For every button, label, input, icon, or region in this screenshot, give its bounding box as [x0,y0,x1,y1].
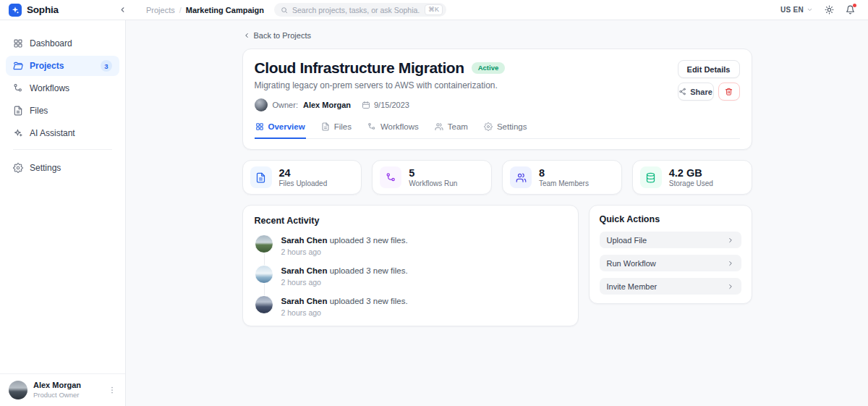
sidebar-item-label: Settings [30,163,61,173]
activity-avatar [255,265,273,284]
tab-overview[interactable]: Overview [255,121,306,139]
sparkles-icon [13,128,23,138]
user-name: Alex Morgan [33,381,81,391]
recent-activity-card: Recent Activity Sarah Chen uploaded 3 ne… [242,205,579,326]
owner-name: Alex Morgan [303,101,351,109]
project-title: Cloud Infrastructure Migration [255,60,464,76]
stat-storage-used: 4.2 GB Storage Used [632,160,752,195]
user-role: Product Owner [33,391,81,399]
owner-label: Owner: [273,101,298,109]
activity-time: 2 hours ago [281,308,408,317]
sidebar-item-ai-assistant[interactable]: AI Assistant [6,123,119,143]
sidebar-item-projects[interactable]: Projects 3 [6,56,119,76]
workflow-icon [367,122,376,131]
user-menu-dots-icon[interactable] [108,386,116,394]
activity-actor: Sarah Chen [281,266,328,275]
project-header-card: Cloud Infrastructure Migration Active Mi… [242,48,752,150]
users-icon [510,166,532,188]
sidebar-user-card[interactable]: Alex Morgan Product Owner [0,373,125,406]
recent-activity-title: Recent Activity [255,216,566,226]
sidebar-item-settings[interactable]: Settings [6,158,119,178]
edit-details-button[interactable]: Edit Details [678,60,740,78]
file-icon [321,122,330,131]
brand-name: Sophia [27,4,59,15]
stats-row: 24 Files Uploaded 5 Workflows Run [242,160,752,195]
main-area: Back to Projects Cloud Infrastructure Mi… [126,20,868,406]
breadcrumb-projects[interactable]: Projects [146,6,175,14]
brand: Sophia [0,4,114,17]
status-badge: Active [472,62,506,74]
sidebar: Dashboard Projects 3 Workflows Files [0,20,126,406]
activity-item: Sarah Chen uploaded 3 new files. 2 hours… [255,295,566,317]
activity-action: uploaded 3 new files. [330,266,408,275]
activity-actor: Sarah Chen [281,297,328,305]
stat-value: 4.2 GB [669,167,713,179]
stat-label: Storage Used [669,179,713,188]
chevron-right-icon [727,237,734,244]
invite-member-button[interactable]: Invite Member [600,278,741,295]
database-icon [640,166,662,188]
sidebar-item-workflows[interactable]: Workflows [6,78,119,98]
owner-avatar [255,98,268,111]
tab-team[interactable]: Team [434,121,469,139]
dashboard-grid-icon [13,38,23,48]
theme-toggle-sun-icon[interactable] [825,5,834,14]
activity-action: uploaded 3 new files. [330,297,408,305]
search-bar[interactable]: ⌘K [274,3,446,17]
trash-icon [725,88,733,96]
tab-files[interactable]: Files [320,121,352,139]
tab-settings[interactable]: Settings [483,121,528,139]
share-button[interactable]: Share [678,83,714,101]
breadcrumb: Projects / Marketing Campaign [146,6,264,14]
search-shortcut-badge: ⌘K [425,4,443,15]
gear-icon [484,122,493,131]
stat-files-uploaded: 24 Files Uploaded [242,160,362,195]
search-input[interactable] [292,6,420,14]
sophia-logo-icon [9,4,22,17]
chevron-left-icon [243,32,250,39]
chevron-right-icon [727,260,734,267]
workflow-icon [380,166,401,188]
search-icon [281,7,288,14]
stat-label: Team Members [539,179,589,188]
project-date: 9/15/2023 [374,101,409,109]
top-bar: Sophia Projects / Marketing Campaign ⌘K … [0,0,868,20]
activity-time: 2 hours ago [281,278,408,287]
activity-avatar [255,295,273,314]
sidebar-divider [13,149,112,150]
notifications-bell-icon[interactable] [846,5,855,14]
sidebar-collapse-button[interactable] [114,2,130,18]
sidebar-item-label: Projects [30,61,64,71]
workflow-icon [13,83,23,93]
back-to-projects-link[interactable]: Back to Projects [243,31,311,40]
run-workflow-button[interactable]: Run Workflow [600,255,741,271]
sidebar-item-label: Files [30,106,48,116]
stat-label: Workflows Run [409,179,457,188]
project-description: Migrating legacy on-prem servers to AWS … [255,80,506,90]
chevron-down-icon [807,7,813,13]
locale-label: US EN [780,6,804,14]
calendar-icon [362,101,370,109]
activity-avatar [255,234,273,253]
tab-workflows[interactable]: Workflows [367,121,420,139]
stat-workflows-run: 5 Workflows Run [372,160,492,195]
upload-file-button[interactable]: Upload File [600,232,741,248]
sidebar-item-dashboard[interactable]: Dashboard [6,33,119,54]
activity-time: 2 hours ago [281,248,408,256]
activity-item: Sarah Chen uploaded 3 new files. 2 hours… [255,234,566,256]
notification-dot [853,4,856,7]
share-icon [678,88,686,96]
locale-selector[interactable]: US EN [780,6,813,14]
delete-project-button[interactable] [718,83,740,101]
quick-actions-card: Quick Actions Upload File Run Workflow [589,205,752,304]
projects-count-badge: 3 [101,60,112,72]
activity-actor: Sarah Chen [281,236,328,245]
file-icon [250,166,272,188]
activity-action: uploaded 3 new files. [330,236,408,245]
folder-icon [13,61,23,71]
file-icon [13,106,23,116]
sidebar-item-files[interactable]: Files [6,101,119,121]
sidebar-item-label: Dashboard [30,38,72,48]
users-icon [435,122,443,131]
project-tabs: Overview Files Workflows [255,121,740,139]
